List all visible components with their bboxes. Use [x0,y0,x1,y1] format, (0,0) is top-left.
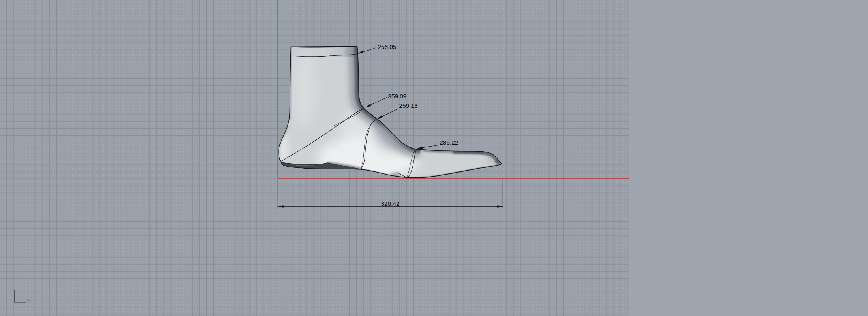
svg-text:256.05: 256.05 [378,43,396,50]
svg-text:286.22: 286.22 [440,139,458,146]
svg-text:359.09: 359.09 [388,93,406,100]
svg-text:y: y [27,297,30,302]
svg-text:z: z [16,286,18,291]
svg-text:320.42: 320.42 [381,200,399,207]
svg-text:259.13: 259.13 [399,102,417,109]
